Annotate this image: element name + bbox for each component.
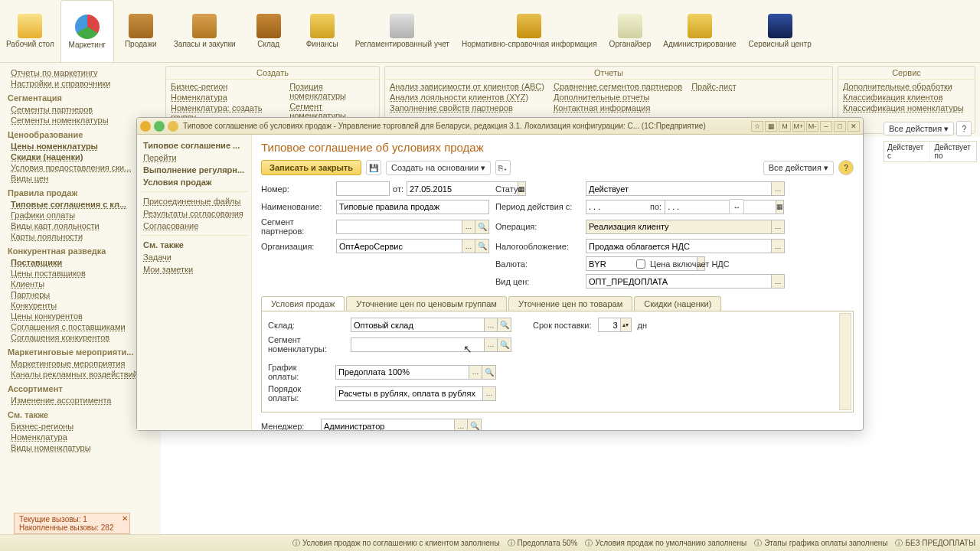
sidebar-link[interactable]: Виды цен bbox=[3, 173, 158, 184]
ribbon-service[interactable]: Сервисный центр bbox=[743, 0, 818, 62]
picker-icon[interactable]: … bbox=[462, 239, 475, 253]
ribbon-refinfo[interactable]: Нормативно-справочная информация bbox=[456, 0, 603, 62]
sidebar-link[interactable]: Настройки и справочники bbox=[3, 78, 158, 89]
sidebar-link[interactable]: Виды карт лояльности bbox=[3, 220, 158, 231]
sidebar-link[interactable]: Номенклатура bbox=[3, 432, 158, 442]
win-btn[interactable]: M+ bbox=[792, 121, 805, 132]
lead-input[interactable] bbox=[598, 318, 621, 332]
ribbon-finance[interactable]: Финансы bbox=[296, 0, 349, 62]
maximize-icon[interactable]: □ bbox=[834, 121, 846, 132]
win-btn[interactable]: M- bbox=[806, 121, 818, 132]
calendar-icon[interactable]: ▦ bbox=[776, 200, 784, 214]
picker-icon[interactable]: … bbox=[771, 220, 785, 234]
scrollbar[interactable] bbox=[839, 313, 851, 410]
panel-link[interactable]: Бизнес-регион bbox=[171, 81, 280, 92]
sidebar-link[interactable]: Условия предоставления ски... bbox=[3, 162, 158, 173]
payord-input[interactable] bbox=[335, 386, 482, 401]
sidebar-link[interactable]: Цены номенклатуры bbox=[3, 141, 158, 152]
sidebar-link[interactable]: Соглашения с поставщиками bbox=[3, 321, 158, 332]
panel-link[interactable]: Анализ лояльности клиентов (XYZ) bbox=[390, 92, 544, 103]
sidebar-link[interactable]: Соглашения конкурентов bbox=[3, 332, 158, 343]
modal-nav-link[interactable]: См. также bbox=[140, 239, 248, 251]
tax-input[interactable] bbox=[586, 239, 771, 253]
panel-link[interactable]: Заполнение свойств партнеров bbox=[390, 103, 544, 113]
sidebar-link[interactable]: Бизнес-регионы bbox=[3, 421, 158, 432]
modal-nav-link[interactable]: Перейти bbox=[140, 152, 248, 164]
swap-icon[interactable]: ↔ bbox=[729, 199, 744, 214]
sidebar-link[interactable]: Скидки (наценки) bbox=[3, 152, 158, 162]
tab[interactable]: Условия продаж bbox=[261, 296, 345, 311]
picker-icon[interactable]: … bbox=[771, 274, 785, 289]
period-to-input[interactable] bbox=[665, 200, 776, 214]
modal-nav-link[interactable]: Присоединенные файлы bbox=[140, 195, 248, 207]
spinner-btn[interactable]: ▴▾ bbox=[621, 318, 632, 332]
segpart-input[interactable] bbox=[336, 220, 462, 234]
sidebar-link[interactable]: Каналы рекламных воздействий bbox=[3, 369, 158, 380]
ribbon-warehouse[interactable]: Склад bbox=[242, 0, 296, 62]
toolbar-icon[interactable]: ⎘▾ bbox=[495, 160, 511, 175]
search-icon[interactable]: 🔍 bbox=[475, 220, 489, 234]
panel-link[interactable]: Номенклатура bbox=[171, 92, 280, 103]
picker-icon[interactable]: … bbox=[771, 181, 785, 196]
minimize-icon[interactable]: – bbox=[820, 121, 832, 132]
sidebar-link[interactable]: Отчеты по маркетингу bbox=[3, 67, 158, 78]
picker-icon[interactable]: … bbox=[771, 239, 785, 253]
sidebar-link[interactable]: Типовые соглашения с кл... bbox=[3, 199, 158, 210]
panel-link[interactable]: Сравнение сегментов партнеров bbox=[554, 81, 682, 92]
segnom-input[interactable] bbox=[351, 337, 484, 352]
tab[interactable]: Скидки (наценки) bbox=[634, 296, 721, 311]
close-icon[interactable]: ✕ bbox=[122, 514, 128, 523]
sidebar-link[interactable]: Маркетинговые мероприятия bbox=[3, 358, 158, 369]
sidebar-link[interactable]: Сегменты партнеров bbox=[3, 104, 158, 115]
panel-link[interactable]: Прайс-лист bbox=[691, 81, 737, 92]
modal-nav-link[interactable]: Типовое соглашение ... bbox=[140, 139, 248, 152]
pricetype-input[interactable] bbox=[586, 274, 771, 289]
modal-nav-link[interactable]: Условия продаж bbox=[140, 176, 248, 188]
panel-link[interactable]: Дополнительные обработки bbox=[843, 81, 970, 92]
ribbon-sales[interactable]: Продажи bbox=[114, 0, 168, 62]
sidebar-link[interactable]: Клиенты bbox=[3, 279, 158, 289]
save-icon[interactable]: 💾 bbox=[366, 160, 381, 175]
picker-icon[interactable]: … bbox=[469, 365, 482, 380]
modal-nav-link[interactable]: Задачи bbox=[140, 251, 248, 263]
ribbon-desktop[interactable]: Рабочий стол bbox=[0, 0, 60, 62]
picker-icon[interactable]: … bbox=[482, 386, 496, 401]
ribbon-stock[interactable]: Запасы и закупки bbox=[168, 0, 242, 62]
modal-nav-link[interactable]: Выполнение регулярн... bbox=[140, 164, 248, 176]
fav-icon[interactable] bbox=[168, 121, 178, 132]
tab[interactable]: Уточнение цен по товарам bbox=[508, 296, 632, 311]
panel-link[interactable]: Контактная информация bbox=[554, 103, 682, 113]
sidebar-link[interactable]: Конкуренты bbox=[3, 300, 158, 311]
back-icon[interactable] bbox=[154, 121, 165, 132]
name-input[interactable] bbox=[336, 200, 489, 214]
picker-icon[interactable]: … bbox=[484, 318, 498, 332]
search-icon[interactable]: 🔍 bbox=[468, 419, 482, 430]
vat-checkbox[interactable] bbox=[636, 259, 645, 269]
sidebar-link[interactable]: Изменение ассортимента bbox=[3, 395, 158, 406]
modal-nav-link[interactable]: Результаты согласования bbox=[140, 207, 248, 220]
help-icon[interactable]: ? bbox=[956, 121, 972, 136]
mgr-input[interactable] bbox=[321, 419, 454, 430]
help-icon[interactable]: ? bbox=[838, 160, 854, 175]
ribbon-marketing[interactable]: Маркетинг bbox=[60, 0, 114, 62]
org-input[interactable] bbox=[336, 239, 462, 253]
modal-titlebar[interactable]: Типовое соглашение об условиях продаж - … bbox=[137, 118, 863, 135]
ribbon-organizer[interactable]: Органайзер bbox=[603, 0, 658, 62]
sidebar-link[interactable]: Карты лояльности bbox=[3, 231, 158, 242]
tab[interactable]: Уточнение цен по ценовым группам bbox=[346, 296, 507, 311]
search-icon[interactable]: 🔍 bbox=[498, 318, 511, 332]
picker-icon[interactable]: … bbox=[484, 337, 498, 352]
panel-link[interactable]: Классификация клиентов bbox=[843, 92, 970, 103]
sidebar-link[interactable]: Графики оплаты bbox=[3, 210, 158, 220]
ribbon-admin[interactable]: Администрирование bbox=[657, 0, 742, 62]
sidebar-link[interactable]: Поставщики bbox=[3, 257, 158, 268]
search-icon[interactable]: 🔍 bbox=[482, 365, 496, 380]
panel-link[interactable]: Позиция номенклатуры bbox=[289, 81, 374, 101]
modal-nav-link[interactable]: Мои заметки bbox=[140, 263, 248, 276]
panel-link[interactable]: Классификация номенклатуры bbox=[843, 103, 970, 113]
close-icon[interactable]: ✕ bbox=[848, 121, 860, 132]
sidebar-link[interactable]: Виды номенклатуры bbox=[3, 442, 158, 453]
sidebar-link[interactable]: Сегменты номенклатуры bbox=[3, 115, 158, 126]
oper-input[interactable] bbox=[586, 220, 771, 234]
modal-nav-link[interactable]: Согласование bbox=[140, 220, 248, 232]
